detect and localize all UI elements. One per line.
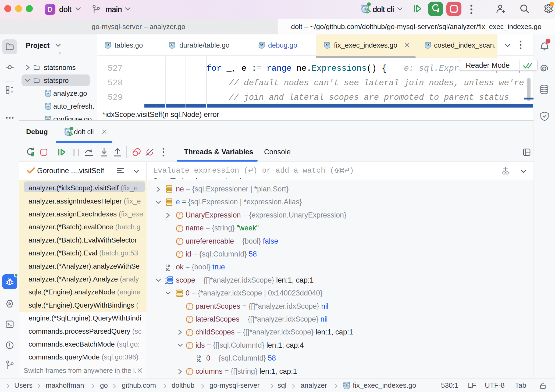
svg-text:f: f [188,304,190,309]
svg-text:f: f [178,213,180,218]
svg-text:f: f [178,252,180,257]
svg-text:2: 2 [165,281,167,284]
svg-text:1: 1 [165,276,167,279]
svg-text:f: f [188,330,190,335]
svg-text:10: 10 [197,355,201,359]
svg-text:f: f [188,317,190,322]
svg-text:01: 01 [197,359,201,362]
svg-text:01: 01 [166,268,170,271]
svg-text:f: f [188,369,190,374]
svg-text:f: f [188,343,190,348]
svg-text:10: 10 [166,264,170,268]
svg-text:f: f [178,239,180,244]
svg-text:f: f [178,226,180,231]
